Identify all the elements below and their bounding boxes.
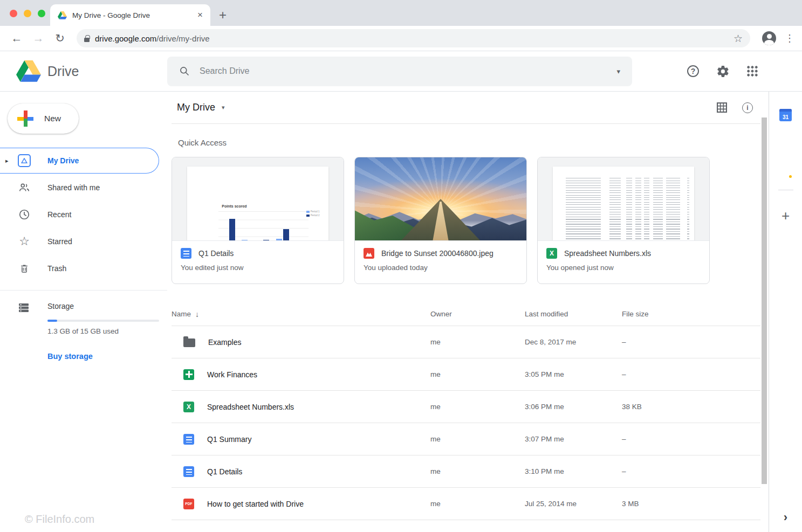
table-row-how-to-get-started[interactable]: PDFHow to get started with Drive me Jul … (172, 488, 760, 520)
close-window-button[interactable] (10, 10, 17, 17)
file-table-header: Name ↓ Owner Last modified File size (172, 302, 760, 326)
quick-access-card-bridge-to-sunset[interactable]: Bridge to Sunset 200046800.jpeg You uplo… (354, 157, 527, 284)
rail-divider (778, 190, 793, 190)
mini-bar-chart: Points scored Period 1 Period 2 (218, 211, 309, 241)
google-plus-icon (17, 110, 33, 127)
file-owner: me (430, 338, 525, 346)
browser-menu-icon[interactable]: ⋮ (785, 32, 794, 44)
browser-tab-strip: My Drive - Google Drive × + (0, 0, 802, 26)
folder-icon (183, 338, 195, 347)
reload-button[interactable]: ↻ (51, 32, 69, 45)
app-body: New ▸ My Drive Shared with me (0, 92, 802, 532)
settings-gear-icon[interactable] (716, 65, 730, 78)
url-path: /drive/my-drive (156, 34, 209, 43)
sidebar-item-label: My Drive (47, 156, 79, 165)
doc-chart-thumbnail: Points scored Period 1 Period 2 (172, 157, 344, 241)
column-header-file-size[interactable]: File size (622, 310, 754, 318)
sort-arrow-icon[interactable]: ↓ (195, 310, 199, 319)
file-name: How to get started with Drive (207, 500, 304, 508)
google-calendar-icon[interactable]: 31 (779, 109, 792, 121)
new-button[interactable]: New (8, 103, 79, 134)
file-modified: Dec 8, 2017 me (525, 338, 622, 346)
browser-profile-avatar[interactable] (762, 31, 776, 45)
table-row-work-finances[interactable]: Work Finances me 3:05 PM me – (172, 358, 760, 391)
browser-toolbar: ← → ↻ drive.google.com/drive/my-drive ☆ … (0, 26, 802, 51)
google-apps-grid-icon[interactable] (747, 66, 758, 77)
mini-chart-title: Points scored (222, 204, 246, 208)
add-addon-button[interactable]: + (782, 208, 790, 224)
address-bar[interactable]: drive.google.com/drive/my-drive ☆ (77, 29, 750, 47)
sunset-photo-thumbnail (355, 157, 526, 241)
column-header-owner[interactable]: Owner (430, 310, 525, 318)
sidebar-item-recent[interactable]: Recent (0, 202, 167, 227)
column-header-last-modified[interactable]: Last modified (525, 310, 622, 318)
expand-caret-icon[interactable]: ▸ (5, 157, 9, 164)
zoom-window-button[interactable] (38, 10, 45, 17)
left-sidebar: New ▸ My Drive Shared with me (0, 92, 167, 532)
new-tab-button[interactable]: + (219, 9, 227, 22)
url-text: drive.google.com/drive/my-drive (95, 34, 728, 43)
sidebar-item-label: Trash (47, 264, 66, 273)
collapse-panel-chevron-icon[interactable]: › (784, 510, 787, 524)
quick-access-card-q1-details[interactable]: Points scored Period 1 Period 2 (172, 157, 344, 284)
table-row-q1-details[interactable]: Q1 Details me 3:10 PM me – (172, 455, 760, 488)
search-icon (179, 66, 190, 77)
help-icon[interactable]: ? (687, 65, 699, 77)
trash-icon (17, 262, 31, 274)
folder-title-dropdown[interactable]: My Drive ▾ (177, 102, 225, 113)
scrollbar-thumb[interactable] (762, 118, 767, 484)
right-sidebar: 31 + › (769, 92, 802, 532)
grid-view-toggle-icon[interactable] (717, 102, 727, 113)
column-header-name[interactable]: Name (172, 310, 191, 318)
sidebar-item-shared-with-me[interactable]: Shared with me (0, 175, 167, 201)
back-button[interactable]: ← (8, 32, 26, 45)
macos-window-controls (10, 10, 45, 17)
card-file-name: Q1 Details (198, 249, 234, 258)
search-options-caret-icon[interactable]: ▾ (616, 67, 620, 75)
search-input[interactable] (200, 66, 607, 76)
file-name: Work Finances (207, 370, 257, 379)
search-bar[interactable]: ▾ (167, 57, 632, 86)
sidebar-item-trash[interactable]: Trash (0, 255, 167, 281)
clock-icon (17, 209, 31, 220)
browser-tab[interactable]: My Drive - Google Drive × (50, 4, 210, 26)
file-size: – (622, 467, 754, 475)
https-lock-icon (84, 38, 90, 42)
sidebar-item-starred[interactable]: ☆ Starred (0, 229, 167, 254)
table-row-q1-summary[interactable]: Q1 Summary me 3:07 PM me – (172, 423, 760, 455)
forward-button[interactable]: → (29, 32, 47, 45)
table-row-spreadsheet-numbers[interactable]: XSpreadsheet Numbers.xls me 3:06 PM me 3… (172, 391, 760, 423)
buy-storage-button[interactable]: Buy storage (47, 352, 93, 361)
file-size: – (622, 338, 754, 346)
quick-access-card-spreadsheet-numbers[interactable]: X Spreadsheet Numbers.xls You opened jus… (537, 157, 710, 284)
header-actions: ? (632, 65, 802, 78)
file-modified: 3:05 PM me (525, 370, 622, 378)
file-modified: Jul 25, 2014 me (525, 500, 622, 508)
excel-file-icon: X (183, 402, 194, 412)
url-domain: drive.google.com (95, 34, 156, 43)
main-content: My Drive ▾ i Quick Access (167, 92, 760, 532)
sidebar-divider (0, 290, 167, 291)
minimize-window-button[interactable] (24, 10, 31, 17)
bookmark-star-icon[interactable]: ☆ (734, 32, 743, 45)
file-name: Q1 Summary (207, 435, 251, 444)
drive-brand[interactable]: Drive (0, 60, 167, 82)
close-tab-icon[interactable]: × (197, 10, 203, 20)
info-icon[interactable]: i (742, 102, 753, 113)
sidebar-item-label: Shared with me (47, 183, 100, 192)
file-size: – (622, 435, 754, 443)
sidebar-item-my-drive[interactable]: ▸ My Drive (0, 148, 159, 174)
new-button-label: New (44, 114, 61, 123)
sidebar-item-label: Starred (47, 237, 72, 246)
storage-label: Storage (47, 302, 74, 310)
file-size: 3 MB (622, 500, 754, 508)
quick-access-cards: Points scored Period 1 Period 2 (172, 157, 760, 284)
google-doc-icon (183, 466, 194, 477)
storage-progress-fill (47, 320, 57, 322)
file-size: 38 KB (622, 403, 754, 411)
watermark: © FileInfo.com (25, 513, 94, 526)
main-scrollbar (761, 92, 767, 532)
sidebar-nav: ▸ My Drive Shared with me Rec (0, 148, 167, 281)
file-owner: me (430, 435, 525, 443)
table-row-examples[interactable]: Examples me Dec 8, 2017 me – (172, 326, 760, 358)
